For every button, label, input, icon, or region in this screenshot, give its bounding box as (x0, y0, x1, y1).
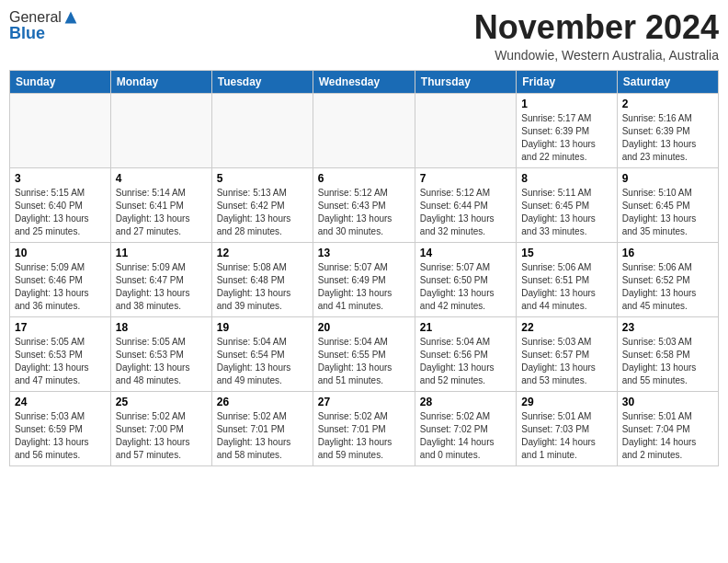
calendar-cell (10, 93, 111, 167)
weekday-header: Monday (110, 70, 211, 93)
page-header: General Blue November 2024 Wundowie, Wes… (9, 9, 719, 63)
day-number: 23 (622, 321, 713, 334)
logo: General Blue (9, 9, 78, 43)
weekday-header: Tuesday (211, 70, 313, 93)
day-info: Sunrise: 5:07 AM Sunset: 6:50 PM Dayligh… (420, 261, 511, 313)
calendar-cell: 11Sunrise: 5:09 AM Sunset: 6:47 PM Dayli… (110, 242, 211, 316)
calendar-cell: 20Sunrise: 5:04 AM Sunset: 6:55 PM Dayli… (313, 316, 415, 391)
day-number: 25 (116, 396, 207, 408)
calendar-cell: 1Sunrise: 5:17 AM Sunset: 6:39 PM Daylig… (517, 93, 617, 167)
day-info: Sunrise: 5:05 AM Sunset: 6:53 PM Dayligh… (15, 336, 106, 387)
day-number: 7 (420, 172, 511, 185)
day-number: 3 (15, 172, 106, 185)
calendar-cell: 30Sunrise: 5:01 AM Sunset: 7:04 PM Dayli… (617, 391, 718, 465)
calendar-cell: 29Sunrise: 5:01 AM Sunset: 7:03 PM Dayli… (517, 391, 617, 465)
day-number: 21 (420, 321, 511, 334)
day-info: Sunrise: 5:13 AM Sunset: 6:42 PM Dayligh… (217, 187, 308, 238)
calendar-cell: 22Sunrise: 5:03 AM Sunset: 6:57 PM Dayli… (517, 316, 617, 391)
day-number: 8 (521, 172, 611, 185)
calendar-cell: 21Sunrise: 5:04 AM Sunset: 6:56 PM Dayli… (415, 316, 516, 391)
calendar-cell: 23Sunrise: 5:03 AM Sunset: 6:58 PM Dayli… (617, 316, 718, 391)
day-info: Sunrise: 5:04 AM Sunset: 6:55 PM Dayligh… (318, 336, 410, 387)
day-number: 13 (318, 247, 410, 259)
calendar-cell: 25Sunrise: 5:02 AM Sunset: 7:00 PM Dayli… (110, 391, 211, 465)
day-info: Sunrise: 5:04 AM Sunset: 6:54 PM Dayligh… (217, 336, 308, 387)
weekday-header: Saturday (617, 70, 718, 93)
day-number: 24 (15, 396, 106, 408)
day-info: Sunrise: 5:08 AM Sunset: 6:48 PM Dayligh… (217, 261, 308, 313)
day-number: 15 (521, 247, 611, 259)
day-number: 2 (622, 98, 713, 110)
day-number: 22 (521, 321, 611, 334)
calendar-cell: 14Sunrise: 5:07 AM Sunset: 6:50 PM Dayli… (415, 242, 516, 316)
day-number: 20 (318, 321, 410, 334)
calendar-week-row: 3Sunrise: 5:15 AM Sunset: 6:40 PM Daylig… (10, 167, 719, 242)
day-info: Sunrise: 5:14 AM Sunset: 6:41 PM Dayligh… (116, 187, 207, 238)
month-title: November 2024 (474, 9, 719, 46)
calendar-week-row: 1Sunrise: 5:17 AM Sunset: 6:39 PM Daylig… (10, 93, 719, 167)
calendar-week-row: 17Sunrise: 5:05 AM Sunset: 6:53 PM Dayli… (10, 316, 719, 391)
day-info: Sunrise: 5:02 AM Sunset: 7:01 PM Dayligh… (217, 410, 308, 462)
day-info: Sunrise: 5:10 AM Sunset: 6:45 PM Dayligh… (622, 187, 713, 238)
day-number: 10 (15, 247, 106, 259)
weekday-header: Friday (517, 70, 617, 93)
weekday-header: Thursday (415, 70, 516, 93)
calendar-week-row: 24Sunrise: 5:03 AM Sunset: 6:59 PM Dayli… (10, 391, 719, 465)
calendar-cell: 17Sunrise: 5:05 AM Sunset: 6:53 PM Dayli… (10, 316, 111, 391)
svg-marker-0 (65, 12, 77, 24)
day-info: Sunrise: 5:11 AM Sunset: 6:45 PM Dayligh… (521, 187, 611, 238)
day-number: 27 (318, 396, 410, 408)
day-info: Sunrise: 5:07 AM Sunset: 6:49 PM Dayligh… (318, 261, 410, 313)
calendar-cell (211, 93, 313, 167)
day-info: Sunrise: 5:09 AM Sunset: 6:47 PM Dayligh… (116, 261, 207, 313)
calendar-cell: 19Sunrise: 5:04 AM Sunset: 6:54 PM Dayli… (211, 316, 313, 391)
day-number: 26 (217, 396, 308, 408)
day-number: 19 (217, 321, 308, 334)
calendar-cell: 18Sunrise: 5:05 AM Sunset: 6:53 PM Dayli… (110, 316, 211, 391)
weekday-header: Wednesday (313, 70, 415, 93)
day-info: Sunrise: 5:05 AM Sunset: 6:53 PM Dayligh… (116, 336, 207, 387)
day-info: Sunrise: 5:12 AM Sunset: 6:44 PM Dayligh… (420, 187, 511, 238)
day-number: 4 (116, 172, 207, 185)
calendar-cell: 5Sunrise: 5:13 AM Sunset: 6:42 PM Daylig… (211, 167, 313, 242)
day-info: Sunrise: 5:06 AM Sunset: 6:52 PM Dayligh… (622, 261, 713, 313)
day-info: Sunrise: 5:16 AM Sunset: 6:39 PM Dayligh… (622, 112, 713, 164)
calendar-cell: 4Sunrise: 5:14 AM Sunset: 6:41 PM Daylig… (110, 167, 211, 242)
day-info: Sunrise: 5:02 AM Sunset: 7:00 PM Dayligh… (116, 410, 207, 462)
calendar-cell (110, 93, 211, 167)
title-section: November 2024 Wundowie, Western Australi… (474, 9, 719, 63)
calendar-cell: 10Sunrise: 5:09 AM Sunset: 6:46 PM Dayli… (10, 242, 111, 316)
day-info: Sunrise: 5:12 AM Sunset: 6:43 PM Dayligh… (318, 187, 410, 238)
calendar-cell: 3Sunrise: 5:15 AM Sunset: 6:40 PM Daylig… (10, 167, 111, 242)
calendar-cell: 26Sunrise: 5:02 AM Sunset: 7:01 PM Dayli… (211, 391, 313, 465)
day-number: 9 (622, 172, 713, 185)
day-number: 29 (521, 396, 611, 408)
calendar-cell: 15Sunrise: 5:06 AM Sunset: 6:51 PM Dayli… (517, 242, 617, 316)
day-number: 1 (521, 98, 611, 110)
day-info: Sunrise: 5:04 AM Sunset: 6:56 PM Dayligh… (420, 336, 511, 387)
calendar-cell (415, 93, 516, 167)
day-number: 11 (116, 247, 207, 259)
calendar-cell: 16Sunrise: 5:06 AM Sunset: 6:52 PM Dayli… (617, 242, 718, 316)
weekday-header: Sunday (10, 70, 111, 93)
calendar-cell: 24Sunrise: 5:03 AM Sunset: 6:59 PM Dayli… (10, 391, 111, 465)
calendar-cell: 6Sunrise: 5:12 AM Sunset: 6:43 PM Daylig… (313, 167, 415, 242)
day-number: 18 (116, 321, 207, 334)
day-info: Sunrise: 5:06 AM Sunset: 6:51 PM Dayligh… (521, 261, 611, 313)
day-info: Sunrise: 5:01 AM Sunset: 7:03 PM Dayligh… (521, 410, 611, 462)
day-number: 14 (420, 247, 511, 259)
calendar-table: SundayMondayTuesdayWednesdayThursdayFrid… (9, 70, 719, 466)
calendar-cell (313, 93, 415, 167)
calendar-cell: 12Sunrise: 5:08 AM Sunset: 6:48 PM Dayli… (211, 242, 313, 316)
day-number: 12 (217, 247, 308, 259)
day-info: Sunrise: 5:01 AM Sunset: 7:04 PM Dayligh… (622, 410, 713, 462)
day-info: Sunrise: 5:02 AM Sunset: 7:01 PM Dayligh… (318, 410, 410, 462)
day-number: 6 (318, 172, 410, 185)
day-info: Sunrise: 5:02 AM Sunset: 7:02 PM Dayligh… (420, 410, 511, 462)
day-info: Sunrise: 5:03 AM Sunset: 6:57 PM Dayligh… (521, 336, 611, 387)
day-info: Sunrise: 5:17 AM Sunset: 6:39 PM Dayligh… (521, 112, 611, 164)
calendar-cell: 8Sunrise: 5:11 AM Sunset: 6:45 PM Daylig… (517, 167, 617, 242)
calendar-cell: 9Sunrise: 5:10 AM Sunset: 6:45 PM Daylig… (617, 167, 718, 242)
location-subtitle: Wundowie, Western Australia, Australia (474, 48, 719, 63)
day-info: Sunrise: 5:09 AM Sunset: 6:46 PM Dayligh… (15, 261, 106, 313)
